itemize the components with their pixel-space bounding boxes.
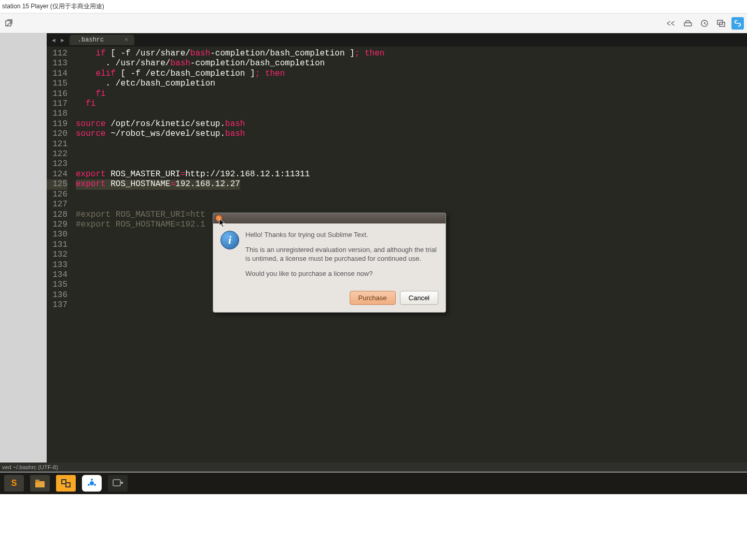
dialog-line-3: Would you like to purchase a license now… (245, 270, 438, 278)
svg-rect-14 (113, 480, 120, 486)
minimap-gutter (0, 33, 47, 471)
close-icon[interactable]: × (125, 37, 128, 43)
taskbar-files-icon[interactable] (30, 475, 50, 492)
svg-point-12 (94, 484, 96, 486)
dialog-close-icon[interactable] (215, 215, 223, 222)
status-bar: ved ~/.bashrc (UTF-8) (0, 463, 747, 472)
window-icon[interactable] (715, 17, 727, 30)
svg-rect-7 (35, 480, 39, 482)
svg-point-11 (91, 479, 93, 481)
svg-point-13 (88, 484, 90, 486)
vmware-titlebar: station 15 Player (仅用于非商业用途) (0, 0, 747, 13)
svg-point-10 (90, 481, 94, 485)
svg-rect-9 (66, 483, 70, 487)
line-gutter: 1121131141151161171181191201211221231241… (47, 49, 73, 311)
tab-bashrc[interactable]: .bashrc × (70, 35, 134, 45)
svg-rect-2 (684, 23, 691, 26)
disk-icon[interactable] (682, 17, 694, 30)
link-icon[interactable] (731, 17, 744, 30)
dialog-titlebar[interactable] (213, 213, 446, 223)
tab-label: .bashrc (78, 36, 104, 44)
svg-rect-8 (62, 480, 66, 484)
status-text: ved ~/.bashrc (UTF-8) (2, 464, 58, 470)
taskbar-sublime-icon[interactable]: S (4, 475, 24, 492)
clock-icon[interactable] (698, 17, 711, 30)
tab-bar: ◀ ▶ .bashrc × (47, 33, 747, 47)
license-dialog: i Hello! Thanks for trying out Sublime T… (213, 213, 446, 313)
detach-icon[interactable] (3, 17, 16, 30)
dialog-line-1: Hello! Thanks for trying out Sublime Tex… (245, 231, 438, 240)
svg-rect-0 (6, 21, 11, 26)
info-icon: i (220, 231, 239, 249)
dialog-text: Hello! Thanks for trying out Sublime Tex… (245, 231, 438, 285)
purchase-button[interactable]: Purchase (350, 291, 396, 305)
dialog-line-2: This is an unregistered evaluation versi… (245, 246, 438, 263)
taskbar-vmware-icon[interactable] (56, 475, 76, 492)
window-title: station 15 Player (仅用于非商业用途) (2, 2, 104, 11)
tab-nav-arrows[interactable]: ◀ ▶ (49, 37, 68, 44)
taskbar-cloud-icon[interactable] (82, 475, 102, 492)
svg-point-15 (121, 482, 123, 484)
cancel-button[interactable]: Cancel (400, 291, 438, 305)
ubuntu-taskbar: S (0, 472, 747, 494)
taskbar-screen-icon[interactable] (108, 475, 128, 492)
vmware-toolbar (0, 13, 747, 33)
forward-icon[interactable] (665, 17, 677, 30)
